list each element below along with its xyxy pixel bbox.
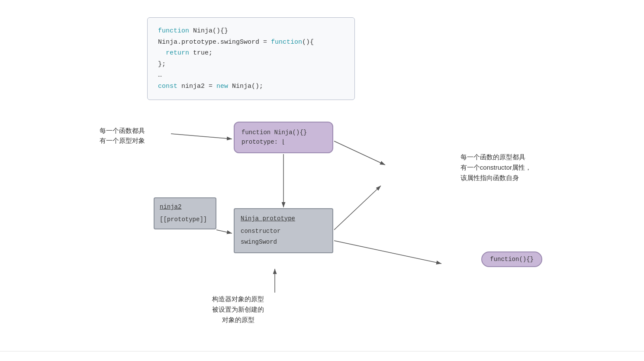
label-every-function-has-prototype: 每一个函数都具有一个原型对象 — [100, 126, 145, 145]
bottom-section: 7.4 我们创建的每一个函数都具有一个新的原型对象。当我们将一个函数作为构造函数… — [0, 351, 644, 361]
page-content: function Ninja(){} Ninja.prototype.swing… — [0, 0, 644, 351]
box-function-ninja-line1: function Ninja(){} — [242, 129, 307, 136]
svg-line-4 — [216, 230, 232, 233]
ninja2-label: ninja2 — [160, 202, 210, 213]
ninja-prototype-swingsword: swingSword — [241, 239, 277, 245]
code-keyword-function: function — [158, 27, 189, 35]
label-constructor-prototype: 构造器对象的原型被设置为新创建的对象的原型 — [212, 294, 264, 325]
code-func-brace: (){ — [302, 39, 314, 46]
svg-line-2 — [171, 134, 232, 139]
ninja2-proto: [[prototype]] — [160, 216, 207, 223]
code-block: function Ninja(){} Ninja.prototype.swing… — [147, 17, 355, 100]
box-function-ninja: function Ninja(){} prototype: ⌊ — [234, 122, 333, 153]
svg-line-5 — [334, 186, 381, 230]
box-function-pill: function(){} — [481, 251, 542, 267]
code-keyword-function2: function — [271, 39, 302, 46]
code-new-ninja: Ninja(); — [232, 83, 263, 90]
label-prototype-has-constructor: 每一个函数的原型都具有一个constructor属性，该属性指向函数自身 — [460, 152, 531, 183]
box-function-ninja-line2: prototype: ⌊ — [242, 139, 285, 145]
code-ninja2-assign: ninja2 = — [181, 83, 216, 90]
code-ellipsis: … — [158, 71, 162, 79]
code-keyword-const: const — [158, 83, 177, 90]
code-return-val: true; — [189, 49, 213, 57]
ninja-prototype-constructor: constructor — [241, 228, 280, 235]
svg-line-6 — [334, 241, 441, 264]
code-keyword-new: new — [216, 83, 228, 90]
ninja-prototype-title: Ninja prototype — [241, 213, 326, 224]
code-ninja-decl: Ninja(){} — [193, 27, 228, 35]
code-prototype-assign: Ninja.prototype.swingSword = — [158, 39, 271, 46]
code-keyword-return: return — [158, 49, 189, 57]
box-ninja-prototype: Ninja prototype constructor swingSword — [234, 208, 333, 253]
svg-line-8 — [334, 141, 385, 165]
box-ninja2: ninja2 [[prototype]] — [154, 197, 216, 229]
diagram-area: 每一个函数都具有一个原型对象 每一个函数的原型都具有一个constructor属… — [26, 113, 618, 338]
code-close-brace: }; — [158, 61, 166, 68]
